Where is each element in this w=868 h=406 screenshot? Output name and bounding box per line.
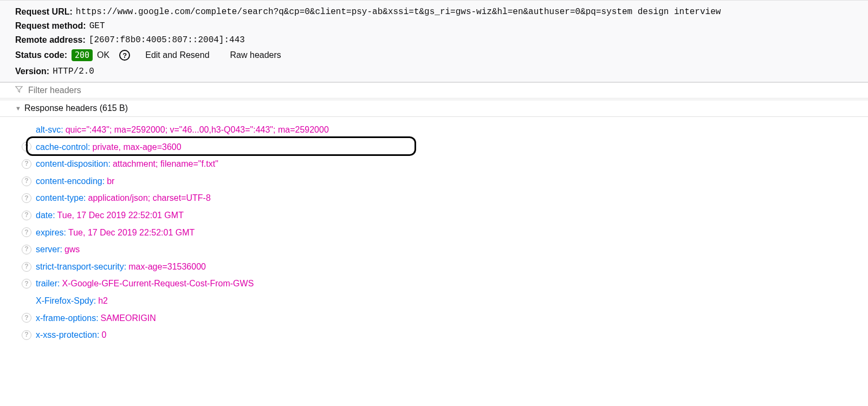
header-value: Tue, 17 Dec 2019 22:52:01 GMT <box>68 228 195 237</box>
filter-headers-bar <box>0 82 868 99</box>
header-name: X-Firefox-Spdy <box>36 296 96 305</box>
header-row: X-Firefox-Spdyh2 <box>0 292 868 310</box>
header-value: private, max-age=3600 <box>93 142 182 152</box>
header-value: Tue, 17 Dec 2019 22:52:01 GMT <box>57 211 184 220</box>
header-row: alt-svcquic=":443"; ma=2592000; v="46...… <box>0 121 868 139</box>
header-row: ?cache-controlprivate, max-age=3600 <box>0 139 868 156</box>
header-entry: dateTue, 17 Dec 2019 22:52:01 GMT <box>36 208 184 222</box>
header-entry: strict-transport-securitymax-age=3153600… <box>36 260 206 274</box>
header-help-icon[interactable]: ? <box>22 211 31 220</box>
header-row: ?strict-transport-securitymax-age=315360… <box>0 258 868 276</box>
status-code-badge: 200 <box>72 49 93 61</box>
header-entry: alt-svcquic=":443"; ma=2592000; v="46...… <box>36 123 329 137</box>
header-row: ?servergws <box>0 241 868 258</box>
status-text: OK <box>97 50 109 60</box>
header-help-icon[interactable]: ? <box>22 176 31 186</box>
header-help-icon[interactable]: ? <box>22 262 31 272</box>
request-method-label: Request method: <box>15 21 86 31</box>
header-entry: X-Firefox-Spdyh2 <box>36 294 108 308</box>
header-row: ?content-typeapplication/json; charset=U… <box>0 189 868 207</box>
header-row: ?x-frame-optionsSAMEORIGIN <box>0 310 868 327</box>
header-value: max-age=31536000 <box>128 262 206 271</box>
request-url-row: Request URL: https://www.google.com/comp… <box>15 7 853 17</box>
header-value: br <box>107 176 114 186</box>
header-name: strict-transport-security <box>36 262 126 271</box>
header-help-icon[interactable]: ? <box>22 227 31 237</box>
header-help-icon[interactable]: ? <box>22 245 31 254</box>
header-row: ?expiresTue, 17 Dec 2019 22:52:01 GMT <box>0 224 868 241</box>
header-entry: content-dispositionattachment; filename=… <box>36 157 218 171</box>
header-value: h2 <box>98 296 108 305</box>
header-help-icon[interactable]: ? <box>22 142 31 152</box>
request-url-value: https://www.google.com/complete/search?q… <box>76 7 721 17</box>
version-value: HTTP/2.0 <box>53 67 94 76</box>
header-entry: x-frame-optionsSAMEORIGIN <box>36 311 156 325</box>
header-name: x-xss-protection <box>36 330 99 339</box>
header-help-icon[interactable]: ? <box>22 279 31 289</box>
header-name: alt-svc <box>36 125 63 134</box>
header-entry: cache-controlprivate, max-age=3600 <box>36 140 182 154</box>
header-entry: content-encodingbr <box>36 174 114 188</box>
remote-address-row: Remote address: [2607:f8b0:4005:807::200… <box>15 35 853 45</box>
header-value: application/json; charset=UTF-8 <box>88 193 211 202</box>
header-row: ?dateTue, 17 Dec 2019 22:52:01 GMT <box>0 207 868 224</box>
header-value: X-Google-GFE-Current-Request-Cost-From-G… <box>62 279 254 288</box>
header-row: ?x-xss-protection0 <box>0 326 868 344</box>
remote-address-value: [2607:f8b0:4005:807::2004]:443 <box>89 35 245 45</box>
request-method-value: GET <box>89 21 105 31</box>
header-name: date <box>36 211 55 220</box>
response-headers-list: alt-svcquic=":443"; ma=2592000; v="46...… <box>0 117 868 349</box>
header-help-spacer <box>22 125 31 135</box>
header-name: content-encoding <box>36 176 105 186</box>
status-code-label: Status code: <box>15 50 67 60</box>
remote-address-label: Remote address: <box>15 35 86 45</box>
header-entry: expiresTue, 17 Dec 2019 22:52:01 GMT <box>36 226 195 240</box>
header-row: ?trailerX-Google-GFE-Current-Request-Cos… <box>0 275 868 292</box>
header-row: ?content-dispositionattachment; filename… <box>0 155 868 173</box>
header-name: cache-control <box>36 142 90 152</box>
response-headers-section-header[interactable]: ▼ Response headers (615 B) <box>0 100 868 117</box>
response-headers-label: Response headers (615 B) <box>24 103 128 113</box>
request-method-row: Request method: GET <box>15 21 853 31</box>
request-summary-panel: Request URL: https://www.google.com/comp… <box>0 0 868 82</box>
status-row: Status code: 200 OK ? Edit and Resend Ra… <box>15 49 853 61</box>
header-entry: x-xss-protection0 <box>36 328 106 342</box>
header-value: SAMEORIGIN <box>101 313 156 323</box>
header-name: x-frame-options <box>36 313 99 323</box>
filter-headers-input[interactable] <box>27 85 244 96</box>
header-help-spacer <box>22 296 31 306</box>
header-entry: trailerX-Google-GFE-Current-Request-Cost… <box>36 277 254 291</box>
status-help-icon[interactable]: ? <box>119 50 130 61</box>
header-entry: servergws <box>36 243 80 257</box>
request-url-label: Request URL: <box>15 7 73 17</box>
header-help-icon[interactable]: ? <box>22 330 31 340</box>
header-name: trailer <box>36 279 60 288</box>
header-value: 0 <box>101 330 106 339</box>
header-name: content-type <box>36 193 86 202</box>
header-name: server <box>36 245 62 254</box>
header-row: ?content-encodingbr <box>0 173 868 190</box>
raw-headers-button[interactable]: Raw headers <box>225 50 287 60</box>
header-help-icon[interactable]: ? <box>22 313 31 323</box>
header-entry: content-typeapplication/json; charset=UT… <box>36 191 211 205</box>
header-value: attachment; filename="f.txt" <box>113 159 218 168</box>
edit-and-resend-button[interactable]: Edit and Resend <box>140 50 215 60</box>
filter-icon <box>15 86 23 95</box>
header-value: quic=":443"; ma=2592000; v="46...00,h3-Q… <box>66 125 329 134</box>
header-value: gws <box>64 245 80 254</box>
header-help-icon[interactable]: ? <box>22 193 31 203</box>
header-help-icon[interactable]: ? <box>22 159 31 169</box>
header-name: expires <box>36 228 66 237</box>
twisty-down-icon: ▼ <box>15 105 21 112</box>
header-name: content-disposition <box>36 159 111 168</box>
version-label: Version: <box>15 67 49 76</box>
version-row: Version: HTTP/2.0 <box>15 67 853 76</box>
